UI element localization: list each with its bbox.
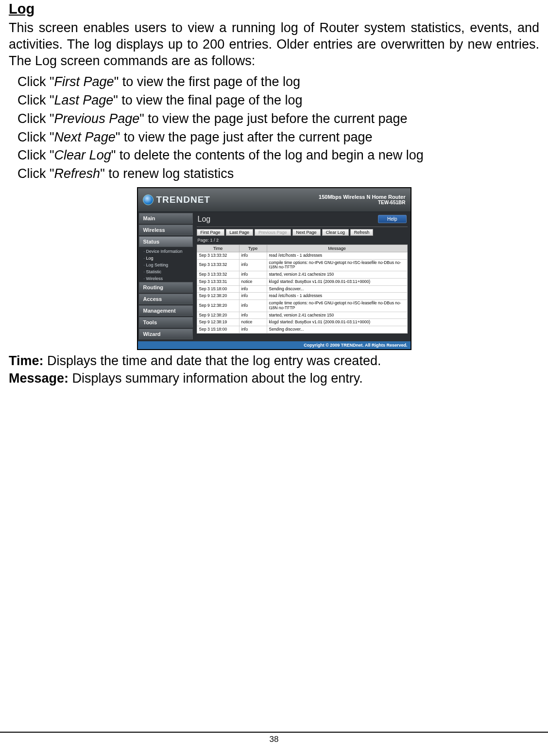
cell-type: info [239, 252, 267, 259]
brand-logo-icon [143, 194, 154, 205]
field-text: Displays the time and date that the log … [44, 353, 381, 368]
cell-message: klogd started: BusyBox v1.01 (2009.09.01… [267, 319, 407, 326]
table-row: Sep 9 12:38:20infostarted, version 2.41 … [197, 312, 407, 319]
router-footer: Copyright © 2009 TRENDnet. All Rights Re… [138, 341, 411, 349]
command-name: Previous Page [54, 111, 140, 126]
command-suffix: " to delete the contents of the log and … [111, 148, 424, 162]
cell-type: info [239, 259, 267, 271]
router-header: TRENDNET 150Mbps Wireless N Home Router … [138, 188, 411, 212]
cell-time: Sep 3 15:18:00 [197, 285, 239, 293]
cell-time: Sep 9 12:38:20 [197, 312, 239, 319]
command-prefix: Click " [17, 130, 54, 144]
table-row: Sep 3 13:33:32inforead /etc/hosts - 1 ad… [197, 252, 407, 259]
cell-type: info [239, 326, 267, 334]
sidebar: MainWirelessStatusDevice InformationLogL… [138, 212, 194, 341]
nav-item-wireless[interactable]: Wireless [139, 225, 193, 235]
cell-message: read /etc/hosts - 1 addresses [267, 293, 407, 300]
subnav-item[interactable]: Log Setting [138, 262, 194, 268]
command-item: Click "Previous Page" to view the page j… [17, 111, 539, 127]
nav-item-status[interactable]: Status [139, 236, 193, 247]
cell-type: info [239, 271, 267, 279]
command-name: Clear Log [54, 148, 111, 162]
cell-message: started, version 2.41 cachesize 150 [267, 271, 407, 279]
previous-page-button[interactable]: Previous Page [255, 229, 291, 236]
next-page-button[interactable]: Next Page [292, 229, 321, 236]
cell-time: Sep 3 13:33:31 [197, 278, 239, 285]
router-ui: TRENDNET 150Mbps Wireless N Home Router … [137, 187, 411, 350]
model-line2: TEW-651BR [319, 200, 405, 205]
clear-log-button[interactable]: Clear Log [322, 229, 349, 236]
command-suffix: " to view the final page of the log [113, 93, 302, 107]
column-header: Message [267, 245, 407, 252]
content-area: Log Help First PageLast PagePrevious Pag… [194, 212, 411, 341]
model-block: 150Mbps Wireless N Home Router TEW-651BR [319, 194, 405, 205]
cell-type: info [239, 300, 267, 312]
table-row: Sep 3 13:33:31noticeklogd started: BusyB… [197, 278, 407, 285]
last-page-button[interactable]: Last Page [226, 229, 254, 236]
first-page-button[interactable]: First Page [197, 229, 224, 236]
nav-item-wizard[interactable]: Wizard [139, 329, 193, 339]
command-suffix: " to renew log statistics [100, 166, 234, 181]
command-item: Click "Last Page" to view the final page… [17, 92, 539, 109]
help-button[interactable]: Help [378, 215, 407, 223]
nav-item-management[interactable]: Management [139, 305, 193, 316]
table-row: Sep 9 12:38:20inforead /etc/hosts - 1 ad… [197, 293, 407, 300]
cell-type: info [239, 285, 267, 293]
cell-time: Sep 3 13:33:32 [197, 252, 239, 259]
field-label: Message: [9, 371, 68, 386]
nav-item-tools[interactable]: Tools [139, 317, 193, 328]
command-prefix: Click " [17, 148, 54, 162]
screenshot-area: TRENDNET 150Mbps Wireless N Home Router … [9, 187, 539, 350]
refresh-button[interactable]: Refresh [350, 229, 374, 236]
cell-message: started, version 2.41 cachesize 150 [267, 312, 407, 319]
column-header: Type [239, 245, 267, 252]
subnav-item[interactable]: Statistic [138, 268, 194, 275]
model-line1: 150Mbps Wireless N Home Router [319, 194, 405, 200]
cell-type: info [239, 293, 267, 300]
nav-item-routing[interactable]: Routing [139, 282, 193, 293]
column-header: Time [197, 245, 239, 252]
command-name: Next Page [54, 130, 116, 144]
command-item: Click "Refresh" to renew log statistics [17, 166, 539, 182]
cell-message: compile time options: no-IPv6 GNU-getopt… [267, 300, 407, 312]
subnav-item[interactable]: Device Information [138, 248, 194, 255]
command-prefix: Click " [17, 166, 54, 181]
content-title: Log [198, 215, 211, 224]
field-text: Displays summary information about the l… [68, 371, 363, 386]
cell-message: read /etc/hosts - 1 addresses [267, 252, 407, 259]
command-name: Refresh [54, 166, 101, 181]
brand-text: TRENDNET [156, 194, 210, 205]
log-button-row: First PageLast PagePrevious PageNext Pag… [197, 229, 408, 236]
log-table: TimeTypeMessage Sep 3 13:33:32inforead /… [197, 245, 408, 334]
page-indicator: Page: 1 / 2 [197, 238, 408, 245]
cell-message: klogd started: BusyBox v1.01 (2009.09.01… [267, 278, 407, 285]
command-item: Click "Next Page" to view the page just … [17, 129, 539, 146]
cell-message: Sending discover... [267, 326, 407, 334]
cell-time: Sep 3 13:33:32 [197, 271, 239, 279]
page-number: 38 [0, 732, 548, 744]
subnav-item[interactable]: Wireless [138, 275, 194, 282]
subnav-item[interactable]: Log [138, 255, 194, 262]
nav-item-main[interactable]: Main [139, 213, 193, 224]
cell-time: Sep 3 13:33:32 [197, 259, 239, 271]
cell-type: info [239, 312, 267, 319]
cell-type: notice [239, 278, 267, 285]
table-row: Sep 3 15:18:00infoSending discover... [197, 326, 407, 334]
command-prefix: Click " [17, 111, 54, 126]
cell-time: Sep 9 12:38:20 [197, 300, 239, 312]
command-item: Click "First Page" to view the first pag… [17, 74, 539, 90]
field-label: Time: [9, 353, 44, 368]
cell-message: Sending discover... [267, 285, 407, 293]
command-suffix: " to view the page just after the curren… [116, 130, 373, 144]
intro-paragraph: This screen enables users to view a runn… [9, 20, 539, 69]
command-prefix: Click " [17, 74, 54, 89]
field-description: Time: Displays the time and date that th… [9, 353, 539, 369]
command-suffix: " to view the first page of the log [114, 74, 300, 89]
cell-type: notice [239, 319, 267, 326]
table-row: Sep 3 13:33:32infostarted, version 2.41 … [197, 271, 407, 279]
table-row: Sep 3 13:33:32infocompile time options: … [197, 259, 407, 271]
cell-time: Sep 3 15:18:00 [197, 326, 239, 334]
command-suffix: " to view the page just before the curre… [139, 111, 407, 126]
nav-item-access[interactable]: Access [139, 294, 193, 304]
cell-time: Sep 9 12:38:19 [197, 319, 239, 326]
